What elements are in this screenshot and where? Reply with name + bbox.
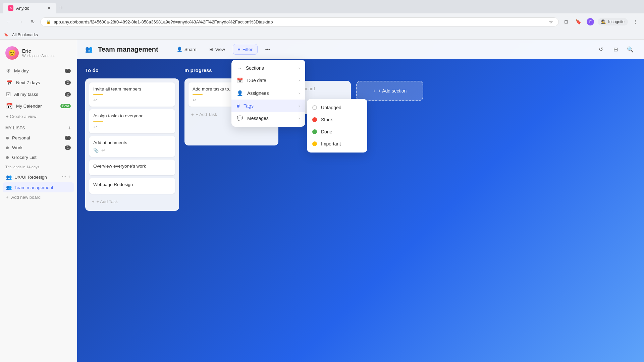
bookmark-button[interactable]: 🔖 — [574, 17, 583, 26]
assignees-icon: 👤 — [237, 90, 243, 96]
project-add-button[interactable]: + — [68, 174, 71, 180]
user-name: Eric — [22, 48, 55, 54]
project-label: UX/UI Redesign — [14, 175, 47, 180]
subtask-icon: ↩ — [101, 148, 105, 153]
forward-button[interactable]: → — [16, 17, 25, 26]
layout-button[interactable]: ⊟ — [610, 44, 621, 55]
sidebar-item-work[interactable]: Work 1 — [3, 143, 74, 153]
task-underline — [193, 94, 203, 95]
tab-label: Any.do — [16, 6, 30, 11]
todo-body: Invite all team members ↩ Assign tasks t… — [85, 78, 179, 211]
project-team-management[interactable]: 👥 Team management — [3, 182, 74, 192]
project-uxui[interactable]: 👥 UX/UI Redesign ⋯ + — [3, 172, 74, 182]
menu-item-assignees[interactable]: 👤 Assignees › — [231, 87, 305, 100]
new-tab-button[interactable]: + — [56, 3, 66, 13]
back-button[interactable]: ← — [4, 17, 13, 26]
sidebar-nav: ☀ My day 1 📅 Next 7 days 2 ☑ All my task… — [0, 65, 77, 121]
task-icons: ↩ — [93, 124, 171, 129]
done-label: Done — [321, 129, 332, 134]
refresh-board-button[interactable]: ↺ — [595, 44, 606, 55]
task-icons: 📎 ↩ — [93, 148, 171, 153]
task-assign-tasks[interactable]: Assign tasks to everyone ↩ — [89, 109, 175, 133]
work-dot — [6, 146, 9, 149]
task-invite-team[interactable]: Invite all team members ↩ — [89, 82, 175, 107]
task-title: Webpage Redesign — [93, 182, 171, 187]
filter-icon: ≡ — [238, 47, 240, 52]
project-icon: 👥 — [6, 174, 12, 180]
chevron-icon: › — [299, 66, 300, 70]
cast-button[interactable]: ⊡ — [561, 17, 571, 26]
next-7-days-badge: 2 — [65, 80, 71, 85]
messages-label: Messages — [247, 116, 269, 121]
stuck-label: Stuck — [321, 117, 333, 122]
task-icons: ↩ — [93, 98, 171, 103]
todo-header: To do — [85, 66, 179, 74]
sun-icon: ☀ — [6, 68, 11, 74]
task-add-attachments[interactable]: Add attachments 📎 ↩ — [89, 136, 175, 157]
bookmark-star[interactable]: ☆ — [549, 19, 553, 24]
bookmarks-icon: 🔖 — [4, 33, 8, 37]
tag-stuck[interactable]: Stuck — [307, 114, 367, 126]
done-dot — [312, 129, 317, 134]
tag-done[interactable]: Done — [307, 126, 367, 138]
task-title: Add attachments — [93, 140, 171, 145]
more-options-button[interactable]: ••• — [260, 44, 275, 55]
add-board-label: Add new board — [11, 195, 41, 200]
menu-item-sections[interactable]: → Sections › — [231, 62, 305, 74]
menu-item-due-date[interactable]: 📅 Due date › — [231, 74, 305, 87]
trial-notice: Trial ends in 14 days — [0, 162, 77, 172]
tags-submenu: Untagged Stuck Done Important — [307, 99, 367, 153]
add-task-todo[interactable]: + + Add Task — [89, 196, 175, 207]
all-tasks-label: All my tasks — [14, 92, 38, 97]
search-board-button[interactable]: 🔍 — [625, 44, 636, 55]
filter-button[interactable]: ≡ Filter — [233, 44, 258, 55]
view-button[interactable]: ⊞ View — [204, 44, 230, 55]
create-view-button[interactable]: + Create a view — [3, 112, 74, 121]
active-tab[interactable]: A Any.do ✕ — [3, 3, 56, 13]
add-section-button[interactable]: + + Add section — [356, 81, 423, 101]
tag-important[interactable]: Important — [307, 138, 367, 150]
topbar: 👥 Team management 👤 Share ⊞ View ≡ Filte… — [77, 40, 644, 59]
menu-item-messages[interactable]: 💬 Messages › — [231, 112, 305, 125]
sidebar-item-next-7-days[interactable]: 📅 Next 7 days 2 — [3, 77, 74, 88]
sidebar-item-all-tasks[interactable]: ☑ All my tasks 2 — [3, 88, 74, 100]
sidebar-item-grocery[interactable]: Grocery List — [3, 153, 74, 162]
next-7-days-label: Next 7 days — [16, 80, 40, 85]
untagged-label: Untagged — [321, 105, 341, 110]
profile-button[interactable]: E — [586, 17, 595, 26]
add-section-label: + Add section — [378, 88, 407, 94]
tag-untagged[interactable]: Untagged — [307, 102, 367, 114]
subtask-icon: ↩ — [93, 98, 97, 103]
sections-label: Sections — [246, 65, 264, 71]
refresh-button[interactable]: ↻ — [28, 17, 38, 26]
sections-icon: → — [237, 65, 242, 71]
task-webpage-redesign[interactable]: Webpage Redesign — [89, 178, 175, 194]
my-lists-label: My lists — [5, 126, 25, 130]
project-more-button[interactable]: ⋯ — [62, 174, 66, 180]
close-tab-button[interactable]: ✕ — [47, 5, 51, 11]
menu-item-tags[interactable]: # Tags › — [231, 100, 305, 112]
tags-label: Tags — [244, 103, 254, 109]
chevron-icon: › — [299, 91, 300, 96]
url-bar[interactable]: 🔒 app.any.do/boards/f245600a-28f0-4892-8… — [40, 17, 559, 26]
user-info: Eric Workspace Account — [22, 48, 55, 58]
app-container: 😊 Eric Workspace Account ☀ My day 1 📅 Ne… — [0, 40, 644, 362]
user-profile[interactable]: 😊 Eric Workspace Account — [0, 44, 77, 65]
browser-chrome: A Any.do ✕ + ← → ↻ 🔒 app.any.do/boards/f… — [0, 0, 644, 30]
sidebar-item-my-day[interactable]: ☀ My day 1 — [3, 65, 74, 77]
add-list-button[interactable]: + — [68, 125, 71, 131]
add-board-button[interactable]: + Add new board — [0, 192, 77, 202]
sidebar-item-calendar[interactable]: 📆 My Calendar Beta — [3, 100, 74, 112]
sidebar-item-personal[interactable]: Personal 1 — [3, 133, 74, 143]
filter-dropdown: → Sections › 📅 Due date › 👤 Assignees › … — [231, 60, 305, 127]
board-title: Team management — [98, 46, 158, 53]
more-button[interactable]: ⋮ — [631, 17, 640, 26]
team-icon: 👥 — [6, 185, 12, 190]
avatar: 😊 — [5, 46, 19, 60]
task-overview-work[interactable]: Overview everyone's work — [89, 160, 175, 175]
my-day-label: My day — [14, 68, 29, 73]
calendar2-icon: 📆 — [6, 103, 13, 109]
subtask-icon: ↩ — [93, 124, 97, 129]
calendar-icon: 📅 — [6, 79, 13, 86]
share-button[interactable]: 👤 Share — [172, 44, 202, 55]
